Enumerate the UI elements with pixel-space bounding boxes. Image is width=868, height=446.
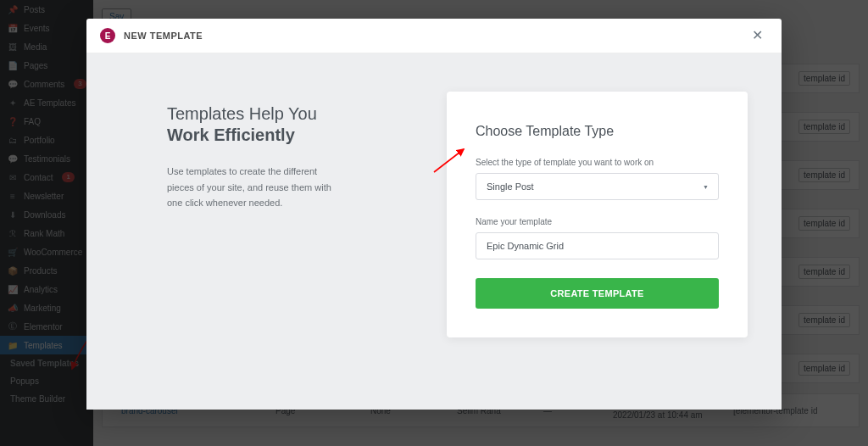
create-template-button[interactable]: CREATE TEMPLATE xyxy=(476,278,719,309)
modal-title: NEW TEMPLATE xyxy=(124,31,203,41)
elementor-logo-icon: E xyxy=(100,28,115,43)
intro-description: Use templates to create the different pi… xyxy=(167,164,345,211)
modal-overlay[interactable]: E NEW TEMPLATE ✕ Templates Help You Work… xyxy=(0,0,868,446)
modal-body: Templates Help You Work Efficiently Use … xyxy=(86,53,782,410)
card-title: Choose Template Type xyxy=(476,124,719,139)
template-name-input[interactable] xyxy=(476,232,719,259)
template-form-card: Choose Template Type Select the type of … xyxy=(447,92,748,337)
modal-intro: Templates Help You Work Efficiently Use … xyxy=(86,53,447,410)
intro-heading-line1: Templates Help You xyxy=(167,104,413,124)
template-type-select[interactable]: Single Post xyxy=(476,173,719,200)
close-button[interactable]: ✕ xyxy=(747,27,768,44)
template-name-label: Name your template xyxy=(476,217,719,226)
modal-header: E NEW TEMPLATE ✕ xyxy=(86,19,782,53)
new-template-modal: E NEW TEMPLATE ✕ Templates Help You Work… xyxy=(86,19,782,410)
template-type-label: Select the type of template you want to … xyxy=(476,158,719,167)
intro-heading-line2: Work Efficiently xyxy=(167,125,413,145)
